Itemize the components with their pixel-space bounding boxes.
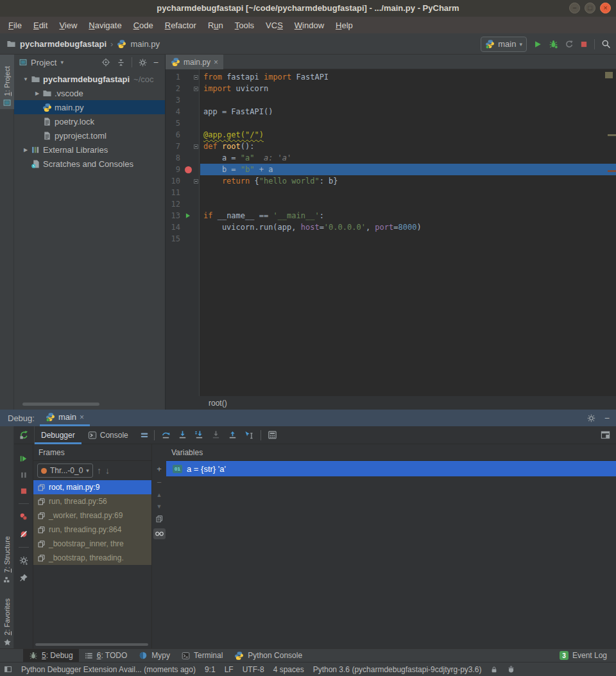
breadcrumb-function[interactable]: root() xyxy=(209,399,227,408)
tree-row-poetry-lock[interactable]: poetry.lock xyxy=(14,114,165,128)
fold-marker-icon[interactable] xyxy=(194,75,200,80)
debug-session-tab[interactable]: main × xyxy=(40,410,90,426)
titlebar[interactable]: pycharmdebugfastapi [~/code/pycharmdebug… xyxy=(0,0,616,17)
tree-right-arrow-icon[interactable]: ▶ xyxy=(21,147,31,153)
status-indent-style[interactable]: 4 spaces xyxy=(273,665,304,674)
hamburger-icon[interactable] xyxy=(140,431,149,440)
project-horizontal-scrollbar[interactable] xyxy=(22,403,99,406)
close-session-icon[interactable]: × xyxy=(80,413,84,422)
previous-frame-icon[interactable]: ↑ xyxy=(97,465,101,476)
code-line-9[interactable]: 9 b = "b" + a xyxy=(166,164,616,175)
close-tab-icon[interactable]: × xyxy=(214,58,218,67)
menu-item-view[interactable]: View xyxy=(53,18,83,33)
project-panel-title[interactable]: Project xyxy=(31,58,56,67)
stop-red-icon[interactable] xyxy=(20,487,28,495)
code-line-6[interactable]: 6@app.get("/") xyxy=(166,129,616,141)
menu-item-window[interactable]: Window xyxy=(289,18,330,33)
fold-box[interactable] xyxy=(194,87,198,91)
stripe-button-favorites[interactable]: 2: Favorites xyxy=(0,589,14,649)
hector-icon[interactable] xyxy=(507,665,515,673)
inspection-status-icon[interactable] xyxy=(605,72,613,78)
maximize-icon[interactable]: □ xyxy=(585,3,595,13)
search-icon[interactable] xyxy=(601,39,611,49)
menu-item-file[interactable]: File xyxy=(3,18,28,33)
resume-icon[interactable] xyxy=(19,455,28,463)
status-interpreter[interactable]: Python 3.6 (pycharmdebugfastapi-9cdjtyrg… xyxy=(313,665,482,674)
locate-icon[interactable] xyxy=(101,58,110,67)
menu-item-code[interactable]: Code xyxy=(128,18,159,33)
code-line-4[interactable]: 4app = FastAPI() xyxy=(166,106,616,117)
show-watches-icon[interactable] xyxy=(153,528,166,539)
code-line-14[interactable]: 14 uvicorn.run(app, host='0.0.0.0', port… xyxy=(166,221,616,233)
frame-item-worker-thread-py-69[interactable]: _worker, thread.py:69 xyxy=(33,508,151,523)
evaluate-expression-icon[interactable] xyxy=(268,430,277,440)
frame-item-bootstrap-threading[interactable]: _bootstrap, threading. xyxy=(33,551,151,565)
lock-icon[interactable] xyxy=(490,666,498,673)
pause-icon[interactable] xyxy=(20,471,28,479)
code-line-5[interactable]: 5 xyxy=(166,117,616,129)
chevron-down-icon[interactable]: ▾ xyxy=(60,59,64,65)
run-line-icon[interactable] xyxy=(182,212,194,219)
frames-horizontal-scrollbar[interactable] xyxy=(35,643,148,646)
tab-console[interactable]: Console xyxy=(81,426,135,444)
debug-bug-icon[interactable] xyxy=(549,39,558,49)
settings-gear-dd-icon[interactable] xyxy=(19,556,28,565)
stripe-button-structure[interactable]: 7: Structure xyxy=(0,506,14,586)
frame-item-bootstrap-inner-thre[interactable]: _bootstrap_inner, thre xyxy=(33,537,151,551)
menu-item-navigate[interactable]: Navigate xyxy=(83,18,127,33)
move-up-icon[interactable]: ▲ xyxy=(157,492,162,498)
rerun-button[interactable] xyxy=(14,426,35,444)
breakpoint-dot[interactable] xyxy=(185,166,192,173)
scrollbar-warning-mark[interactable] xyxy=(608,134,616,136)
fold-box[interactable] xyxy=(194,144,198,149)
frame-item-run-thread-py-56[interactable]: run, thread.py:56 xyxy=(33,494,151,508)
scrollbar-breakpoint-mark[interactable] xyxy=(608,170,616,172)
toolwindow-button-python-console[interactable]: Python Console xyxy=(228,649,308,662)
code-line-15[interactable]: 15 xyxy=(166,233,616,245)
code-line-12[interactable]: 12 xyxy=(166,198,616,210)
code-line-2[interactable]: 2import uvicorn xyxy=(166,83,616,94)
menu-item-help[interactable]: Help xyxy=(330,18,359,33)
hide-icon[interactable]: − xyxy=(604,413,610,422)
mute-breakpoints-icon[interactable] xyxy=(19,530,28,539)
thread-select[interactable]: Thr...-0_0 ▾ xyxy=(37,464,93,478)
view-breakpoints-icon[interactable] xyxy=(19,512,28,521)
tab-main-py[interactable]: main.py × xyxy=(166,55,223,69)
tab-debugger[interactable]: Debugger xyxy=(35,426,81,444)
stripe-button-project[interactable]: 1: Project xyxy=(0,55,14,109)
tree-row-scratches-and-consoles[interactable]: Scratches and Consoles xyxy=(14,157,165,171)
status-line-separator[interactable]: LF xyxy=(225,665,234,674)
status-encoding[interactable]: UTF-8 xyxy=(243,665,264,674)
code-line-10[interactable]: 10 return {"hello world": b} xyxy=(166,175,616,187)
code-line-8[interactable]: 8 a = "a" a: 'a' xyxy=(166,152,616,164)
code-line-11[interactable]: 11 xyxy=(166,187,616,198)
code-line-13[interactable]: 13if __name__ == '__main__': xyxy=(166,210,616,221)
menu-item-refactor[interactable]: Refactor xyxy=(159,18,202,33)
fold-box[interactable] xyxy=(194,179,198,184)
tree-row-main-py[interactable]: main.py xyxy=(14,100,165,114)
breadcrumb-project[interactable]: pycharmdebugfastapi xyxy=(20,39,107,49)
settings-gear-icon[interactable] xyxy=(139,58,147,67)
run-play-icon[interactable] xyxy=(533,40,542,49)
pin-icon[interactable] xyxy=(19,573,28,582)
code-editor[interactable]: 1from fastapi import FastAPI2import uvic… xyxy=(166,69,616,396)
step-into-icon[interactable] xyxy=(178,430,187,440)
duplicate-watch-icon[interactable] xyxy=(155,515,164,523)
frame-item-root-main-py-9[interactable]: root, main.py:9 xyxy=(33,480,151,494)
run-configuration-select[interactable]: main ▾ xyxy=(481,37,527,52)
settings-gear-icon[interactable] xyxy=(587,414,595,422)
stop-red-icon[interactable] xyxy=(580,40,588,48)
status-message[interactable]: Python Debugger Extension Avail... (mome… xyxy=(21,665,196,674)
toolwindow-button-mypy[interactable]: Mypy xyxy=(133,649,176,662)
breakpoint-icon[interactable] xyxy=(182,166,194,173)
force-step-into-icon[interactable] xyxy=(194,430,204,440)
menu-item-tools[interactable]: Tools xyxy=(229,18,260,33)
remove-watch-icon[interactable]: − xyxy=(157,478,162,487)
run-to-cursor-icon[interactable] xyxy=(244,430,254,440)
next-frame-icon[interactable]: ↓ xyxy=(105,465,110,476)
code-line-1[interactable]: 1from fastapi import FastAPI xyxy=(166,71,616,83)
fold-marker-icon[interactable] xyxy=(194,87,200,91)
tree-right-arrow-icon[interactable]: ▶ xyxy=(32,91,42,96)
minimize-icon[interactable]: − xyxy=(569,3,580,13)
breadcrumb-file[interactable]: main.py xyxy=(130,39,160,49)
